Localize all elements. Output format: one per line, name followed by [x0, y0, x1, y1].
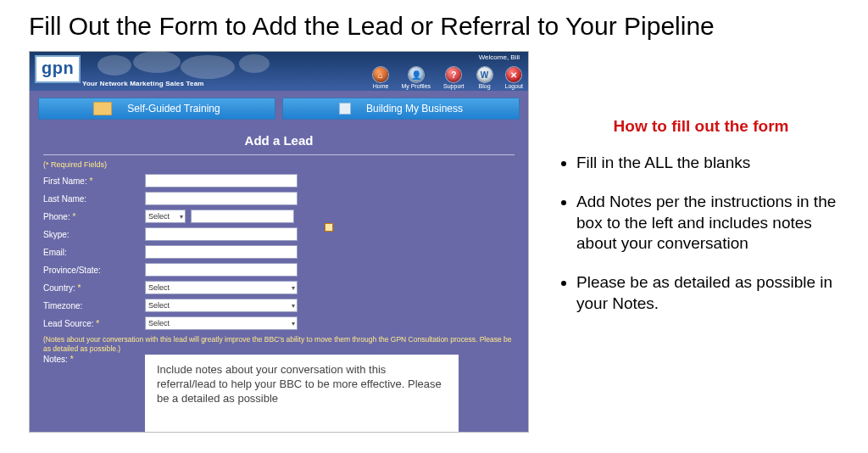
input-province[interactable]: [145, 263, 298, 277]
nav-support-label: Support: [443, 83, 465, 89]
required-asterisk: *: [70, 355, 74, 364]
bullet-item: Please be as detailed as possible in you…: [576, 272, 844, 314]
profile-icon: 👤: [409, 67, 424, 82]
row-lead-source: Lead Source: * Select▾: [43, 316, 515, 330]
nav-blog[interactable]: W Blog: [477, 67, 492, 89]
nav-blog-label: Blog: [479, 83, 491, 89]
blog-icon: W: [477, 67, 492, 82]
welcome-text: Welcome, Bill: [479, 53, 520, 61]
cursor-callout-icon: [325, 223, 333, 232]
input-last-name[interactable]: [145, 192, 298, 205]
bullet-item: Add Notes per the instructions in the bo…: [576, 192, 844, 254]
nav-support[interactable]: ? Support: [443, 67, 465, 89]
app-banner: gpn Your Network Marketing Sales Team We…: [30, 52, 528, 91]
row-email: Email:: [43, 245, 515, 259]
form-title: Add a Lead: [43, 128, 515, 154]
nav-logout[interactable]: ✕ Logout: [505, 67, 523, 89]
required-asterisk: *: [96, 319, 99, 328]
chevron-down-icon: ▾: [292, 320, 297, 327]
input-first-name[interactable]: [145, 174, 298, 187]
label-timezone: Timezone:: [43, 301, 145, 310]
svg-point-2: [181, 55, 235, 79]
input-phone[interactable]: [191, 210, 294, 223]
required-asterisk: *: [78, 283, 81, 293]
required-asterisk: *: [72, 212, 75, 221]
input-skype[interactable]: [145, 227, 298, 241]
row-country: Country: * Select▾: [43, 281, 515, 294]
svg-point-3: [239, 54, 270, 73]
card-icon: [93, 102, 112, 115]
logout-icon: ✕: [506, 67, 521, 82]
required-fields-note: (* Required Fields): [43, 160, 515, 169]
tab-building-my-business[interactable]: Building My Business: [282, 98, 520, 120]
app-screenshot: gpn Your Network Marketing Sales Team We…: [29, 51, 529, 433]
select-country[interactable]: Select▾: [145, 281, 298, 294]
row-notes: Notes: * Include notes about your conver…: [43, 355, 515, 433]
row-province: Province/State:: [43, 263, 515, 277]
select-lead-source[interactable]: Select▾: [145, 316, 298, 330]
chevron-down-icon: ▾: [292, 302, 297, 310]
nav-my-profiles-label: My Profiles: [401, 83, 431, 89]
textarea-notes[interactable]: Include notes about your conversation wi…: [145, 355, 459, 433]
svg-point-0: [97, 55, 131, 76]
input-email[interactable]: [145, 245, 298, 259]
label-email: Email:: [43, 248, 145, 257]
slide-title: Fill Out the Form to Add the Lead or Ref…: [0, 0, 868, 51]
instructions-bullets: Fill in the ALL the blanks Add Notes per…: [558, 153, 844, 314]
label-phone: Phone: *: [43, 212, 145, 221]
nav-my-profiles[interactable]: 👤 My Profiles: [401, 67, 431, 89]
nav-home-label: Home: [373, 83, 389, 89]
label-country: Country: *: [43, 283, 145, 293]
nav-logout-label: Logout: [505, 83, 523, 89]
top-nav: ⌂ Home 👤 My Profiles ? Support W Blog ✕: [373, 67, 523, 89]
label-skype: Skype:: [43, 230, 145, 239]
label-notes: Notes: *: [43, 355, 145, 364]
notes-instruction-line: (Notes about your conversation with this…: [43, 335, 515, 353]
content-row: gpn Your Network Marketing Sales Team We…: [0, 51, 868, 433]
nav-home[interactable]: ⌂ Home: [373, 67, 389, 89]
select-phone-type[interactable]: Select▾: [145, 210, 186, 223]
label-lead-source: Lead Source: *: [43, 319, 145, 328]
tab-business-label: Building My Business: [366, 103, 463, 115]
instructions-column: How to fill out the form Fill in the ALL…: [529, 51, 868, 433]
tool-icon: [339, 103, 351, 115]
brand-logo: gpn: [35, 55, 81, 83]
required-asterisk: *: [89, 176, 92, 186]
svg-point-1: [133, 52, 181, 73]
label-last-name: Last Name:: [43, 194, 145, 204]
bullet-item: Fill in the ALL the blanks: [576, 153, 844, 173]
chevron-down-icon: ▾: [292, 284, 297, 292]
support-icon: ?: [446, 67, 461, 82]
row-skype: Skype:: [43, 227, 515, 241]
row-last-name: Last Name:: [43, 192, 515, 205]
label-first-name: First Name: *: [43, 176, 145, 186]
home-icon: ⌂: [373, 67, 388, 82]
row-timezone: Timezone: Select▾: [43, 299, 515, 312]
tab-self-guided-training[interactable]: Self-Guided Training: [38, 98, 275, 120]
label-province: Province/State:: [43, 266, 145, 275]
chevron-down-icon: ▾: [180, 213, 185, 221]
form-panel: Add a Lead (* Required Fields) First Nam…: [30, 125, 528, 433]
row-first-name: First Name: *: [43, 174, 515, 187]
tab-row: Self-Guided Training Building My Busines…: [30, 91, 528, 125]
brand-tagline: Your Network Marketing Sales Team: [82, 80, 204, 87]
row-phone: Phone: * Select▾: [43, 210, 515, 223]
divider: [43, 154, 515, 155]
tab-training-label: Self-Guided Training: [127, 103, 220, 115]
instructions-title: How to fill out the form: [558, 117, 844, 136]
select-timezone[interactable]: Select▾: [145, 299, 298, 312]
